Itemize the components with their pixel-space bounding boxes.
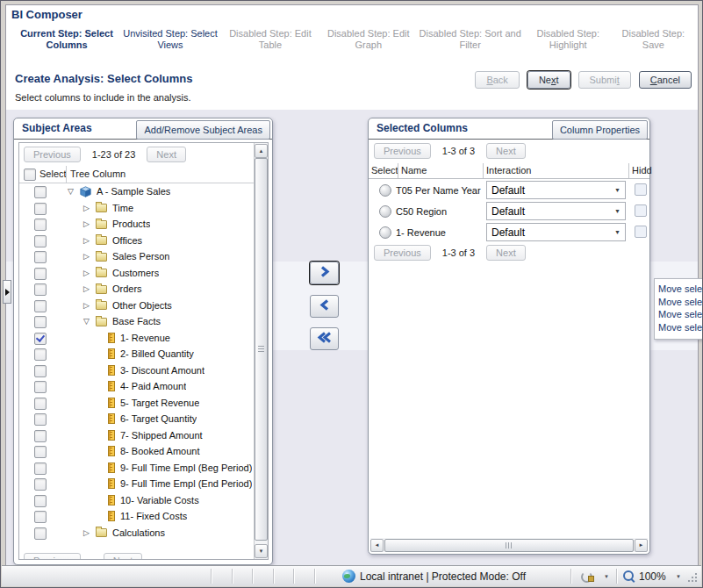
row-checkbox[interactable]: [34, 333, 47, 345]
collapse-icon[interactable]: ▽: [83, 317, 96, 326]
wizard-step[interactable]: Unvisited Step: Select Views: [118, 28, 222, 51]
next-button[interactable]: Next: [486, 245, 526, 261]
move-selected-right-button[interactable]: [310, 262, 339, 284]
interaction-select[interactable]: Default▼: [486, 223, 626, 241]
chevron-down-icon[interactable]: ▼: [604, 574, 609, 579]
move-selected-link[interactable]: Move selec: [658, 296, 703, 309]
tree-row[interactable]: ▷Customers: [19, 265, 255, 282]
move-all-left-button[interactable]: [310, 327, 339, 350]
tree-row[interactable]: 9- Full Time Empl (Beg Period): [19, 460, 255, 477]
expand-icon[interactable]: ▷: [83, 252, 96, 261]
tree-row[interactable]: ▷Other Objects: [19, 298, 255, 314]
row-checkbox[interactable]: [34, 365, 47, 377]
hidden-checkbox[interactable]: [635, 226, 647, 238]
row-checkbox[interactable]: [34, 478, 47, 491]
column-properties-tab[interactable]: Column Properties: [552, 120, 648, 140]
row-checkbox[interactable]: [34, 446, 47, 458]
expand-icon[interactable]: ▷: [83, 269, 96, 277]
tree-row[interactable]: 10- Variable Costs: [19, 492, 255, 509]
tree-row[interactable]: 7- Shipped Amount: [19, 427, 255, 444]
tree-row[interactable]: 9- Full Time Empl (End Period): [19, 476, 255, 492]
chevron-down-icon[interactable]: ▼: [676, 574, 681, 579]
cancel-button[interactable]: Cancel: [639, 71, 692, 89]
tree-row[interactable]: ▷Advanced Calcs: [19, 541, 255, 542]
selected-column-row[interactable]: 1- RevenueDefault▼: [369, 222, 649, 243]
expand-icon[interactable]: ▷: [83, 219, 96, 228]
tree-row[interactable]: ▽A - Sample Sales: [19, 183, 255, 200]
row-checkbox[interactable]: [34, 251, 47, 263]
zoom-magnifier-icon[interactable]: [623, 570, 634, 581]
previous-button[interactable]: Previous: [24, 147, 81, 162]
tree-row[interactable]: ▷Sales Person: [19, 248, 255, 265]
row-checkbox[interactable]: [34, 300, 47, 312]
previous-button[interactable]: Previous: [24, 553, 81, 560]
row-checkbox[interactable]: [34, 511, 47, 523]
tree-row[interactable]: 6- Target Quantity: [19, 411, 255, 427]
tree-row[interactable]: 3- Discount Amount: [19, 362, 255, 379]
next-button[interactable]: Next: [147, 147, 186, 162]
move-selected-left-button[interactable]: [310, 295, 339, 318]
scrollbar-thumb[interactable]: [255, 158, 268, 541]
tree-row[interactable]: ▷Offices: [19, 233, 255, 249]
tree-row[interactable]: ▷Orders: [19, 281, 255, 298]
expand-icon[interactable]: ▷: [83, 301, 96, 310]
collapse-icon[interactable]: ▽: [68, 187, 80, 196]
move-selected-link[interactable]: Move selec: [658, 283, 703, 296]
expand-icon[interactable]: ▷: [83, 528, 96, 537]
tree-row[interactable]: 5- Target Revenue: [19, 395, 255, 412]
row-checkbox[interactable]: [34, 495, 47, 507]
tree-row[interactable]: 8- Booked Amount: [19, 443, 255, 460]
row-radio[interactable]: [379, 226, 391, 239]
tree-row[interactable]: ▷Time: [19, 200, 255, 217]
scrollbar-thumb[interactable]: [384, 539, 634, 552]
tree-row[interactable]: 2- Billed Quantity: [19, 346, 255, 362]
tree-row[interactable]: 1- Revenue: [19, 330, 255, 347]
hidden-checkbox[interactable]: [635, 183, 647, 196]
previous-button[interactable]: Previous: [374, 245, 431, 261]
scroll-down-arrow[interactable]: ▼: [255, 544, 268, 558]
scroll-left-arrow[interactable]: ◄: [370, 539, 384, 552]
row-checkbox[interactable]: [34, 348, 47, 361]
splitter-collapse-handle[interactable]: [3, 280, 11, 304]
tree-row[interactable]: 4- Paid Amount: [19, 378, 255, 395]
hidden-checkbox[interactable]: [635, 204, 647, 217]
row-radio[interactable]: [379, 184, 391, 197]
row-checkbox[interactable]: [34, 463, 47, 475]
scroll-up-arrow[interactable]: ▲: [255, 144, 268, 158]
select-all-checkbox[interactable]: [24, 169, 36, 181]
row-checkbox[interactable]: [34, 398, 47, 410]
next-button[interactable]: Next: [527, 71, 570, 89]
tree-row[interactable]: ▷Products: [19, 216, 255, 233]
tree-row[interactable]: ▽Base Facts: [19, 313, 255, 330]
row-checkbox[interactable]: [34, 381, 47, 393]
row-checkbox[interactable]: [34, 283, 47, 296]
row-checkbox[interactable]: [34, 527, 47, 540]
row-checkbox[interactable]: [34, 430, 47, 442]
wizard-step[interactable]: Current Step: Select Columns: [15, 28, 118, 51]
scroll-right-arrow[interactable]: ►: [635, 539, 648, 552]
expand-icon[interactable]: ▷: [83, 284, 96, 293]
row-checkbox[interactable]: [34, 316, 47, 328]
interaction-select[interactable]: Default▼: [486, 181, 626, 199]
selected-column-row[interactable]: C50 RegionDefault▼: [369, 201, 649, 222]
next-button[interactable]: Next: [104, 553, 143, 560]
zoom-level[interactable]: 100%: [639, 570, 666, 583]
row-checkbox[interactable]: [34, 186, 47, 198]
move-selected-link[interactable]: Move selec: [658, 321, 703, 334]
add-remove-subject-areas-tab[interactable]: Add/Remove Subject Areas: [136, 120, 270, 140]
selected-column-row[interactable]: T05 Per Name YearDefault▼: [369, 180, 649, 201]
vertical-scrollbar[interactable]: ▲ ▼: [254, 143, 268, 559]
interaction-select[interactable]: Default▼: [486, 202, 626, 220]
row-checkbox[interactable]: [34, 268, 47, 280]
row-radio[interactable]: [379, 205, 391, 218]
row-checkbox[interactable]: [34, 235, 47, 247]
next-button[interactable]: Next: [486, 143, 526, 159]
move-selected-link[interactable]: Move selec: [658, 308, 703, 321]
previous-button[interactable]: Previous: [374, 143, 431, 159]
row-checkbox[interactable]: [34, 413, 47, 426]
horizontal-scrollbar[interactable]: ◄ ►: [370, 538, 648, 552]
row-checkbox[interactable]: [34, 203, 47, 215]
tree-row[interactable]: 11- Fixed Costs: [19, 508, 255, 525]
expand-icon[interactable]: ▷: [83, 236, 96, 245]
row-checkbox[interactable]: [34, 219, 47, 231]
